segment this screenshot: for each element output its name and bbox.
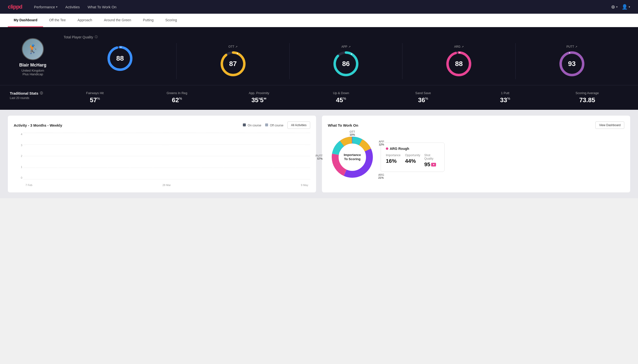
stat-fairways-value: 57%	[54, 96, 136, 104]
nav-what-to-work-on[interactable]: What To Work On	[88, 5, 117, 9]
app-value: 86	[342, 60, 350, 68]
stats-label-col: Traditional Stats ⓘ Last 20 rounds	[10, 91, 54, 100]
x-label-mar: 28 Mar	[162, 184, 171, 186]
ott-value: 87	[229, 60, 237, 68]
player-country: United Kingdom	[22, 69, 44, 72]
circle-putt: 93	[558, 50, 585, 77]
tab-putting[interactable]: Putting	[137, 14, 160, 27]
player-handicap: Plus Handicap	[23, 72, 43, 76]
down-arrow-icon: ▼	[431, 163, 436, 166]
grid-line-0	[24, 179, 310, 180]
quality-title: Total Player Quality ⓘ	[64, 35, 628, 39]
view-dashboard-button[interactable]: View Dashboard	[595, 122, 624, 129]
circle-overall: 88	[106, 45, 133, 72]
arg-indicator-dot	[386, 148, 388, 150]
player-quality-row: 🏌️ Blair McHarg United Kingdom Plus Hand…	[10, 35, 628, 79]
stat-gir-value: 62%	[136, 96, 218, 104]
quality-app: APP ↗ 86	[289, 43, 402, 79]
stat-scoring-avg-value: 73.85	[546, 96, 628, 104]
nav-activities[interactable]: Activities	[65, 5, 80, 9]
putt-value: 93	[568, 60, 576, 68]
quality-arg: ARG ↗ 88	[402, 43, 515, 79]
logo: clippd	[8, 4, 22, 10]
nav-right: ⊕ ▾ 👤 ▾	[611, 4, 630, 10]
tab-scoring[interactable]: Scoring	[159, 14, 183, 27]
y-label-2: 2	[14, 154, 22, 158]
stat-one-putt-value: 33%	[464, 96, 546, 104]
chart-area: 4 3 2 1 0 7 Feb 28 Mar 9 May	[14, 133, 310, 186]
arg-card-title: ARG Rough	[386, 147, 440, 150]
off-course-dot	[265, 124, 268, 126]
circle-ott: 87	[220, 50, 247, 77]
stat-app-proximity: App. Proximity 35'5"	[218, 91, 300, 104]
tab-bar: My Dashboard Off the Tee Approach Around…	[0, 14, 638, 27]
bars-container	[24, 133, 310, 179]
on-course-dot	[243, 124, 246, 126]
stat-one-putt: 1 Putt 33%	[464, 91, 546, 104]
add-button[interactable]: ⊕ ▾	[611, 4, 618, 10]
y-label-0: 0	[14, 176, 22, 179]
y-label-3: 3	[14, 144, 22, 147]
x-label-feb: 7 Feb	[26, 184, 32, 186]
stat-up-down: Up & Down 45%	[300, 91, 382, 104]
overall-value: 88	[116, 54, 124, 62]
stats-label: Traditional Stats ⓘ	[10, 91, 54, 95]
activity-card-header: Activity - 3 Months - Weekly On course O…	[14, 122, 310, 129]
nav-performance[interactable]: Performance ▾	[34, 5, 58, 9]
stat-fairways-hit: Fairways Hit 57%	[54, 91, 136, 104]
app-arrow-icon: ↗	[348, 45, 351, 48]
stat-app-proximity-value: 35'5"	[218, 96, 300, 104]
app-donut-label: APP12%	[379, 140, 384, 146]
stat-gir: Greens In Reg 62%	[136, 91, 218, 104]
stats-sublabel: Last 20 rounds	[10, 96, 54, 100]
user-menu-button[interactable]: 👤 ▾	[621, 4, 630, 10]
arg-opportunity: Opportunity 44%	[405, 154, 420, 168]
circle-app: 86	[332, 50, 359, 77]
ott-label: OTT ↗	[229, 45, 238, 48]
arg-label: ARG ↗	[454, 45, 464, 48]
activity-card: Activity - 3 Months - Weekly On course O…	[8, 116, 316, 192]
activity-title: Activity - 3 Months - Weekly	[14, 123, 62, 127]
tab-around-the-green[interactable]: Around the Green	[98, 14, 137, 27]
arg-shot-quality: Shot Quality 95 ▼	[424, 154, 440, 168]
arg-importance: Importance 16%	[386, 154, 401, 168]
work-content: Importance To Scoring OTT10% APP12% ARG2…	[328, 133, 624, 182]
arg-donut-label: ARG21%	[378, 173, 384, 179]
quality-section: Total Player Quality ⓘ 88	[64, 35, 628, 79]
tab-approach[interactable]: Approach	[72, 14, 98, 27]
putt-label: PUTT ↗	[566, 45, 577, 48]
bottom-section: Activity - 3 Months - Weekly On course O…	[0, 110, 638, 198]
arg-metrics: Importance 16% Opportunity 44% Shot Qual…	[386, 154, 440, 168]
tab-my-dashboard[interactable]: My Dashboard	[8, 14, 43, 27]
all-activities-button[interactable]: All Activities	[287, 122, 310, 129]
donut-center-text: Importance To Scoring	[344, 153, 361, 161]
quality-overall: 88	[64, 43, 176, 79]
work-title: What To Work On	[328, 123, 358, 127]
off-course-legend: Off course	[265, 124, 283, 127]
x-label-may: 9 May	[301, 184, 308, 186]
top-nav: clippd Performance ▾ Activities What To …	[0, 0, 638, 14]
stat-sand-save-value: 36%	[382, 96, 464, 104]
chevron-down-icon: ▾	[56, 6, 58, 8]
work-card-header: What To Work On View Dashboard	[328, 122, 624, 129]
chart-legend: On course Off course	[243, 124, 283, 127]
on-course-legend: On course	[243, 124, 261, 127]
arg-arrow-icon: ↗	[462, 45, 464, 48]
stat-scoring-avg: Scoring Average 73.85	[546, 91, 628, 104]
y-label-4: 4	[14, 133, 22, 136]
circle-arg: 88	[445, 50, 472, 77]
putt-arrow-icon: ↗	[575, 45, 577, 48]
stats-info-icon[interactable]: ⓘ	[40, 91, 43, 95]
putt-donut-label: PUTT57%	[316, 154, 323, 160]
avatar: 🏌️	[22, 38, 44, 60]
arg-shot-quality-value: 95 ▼	[424, 161, 440, 168]
activity-controls: On course Off course All Activities	[243, 122, 310, 129]
tab-off-the-tee[interactable]: Off the Tee	[43, 14, 72, 27]
info-icon[interactable]: ⓘ	[95, 35, 98, 39]
stat-sand-save: Sand Save 36%	[382, 91, 464, 104]
donut-chart: Importance To Scoring OTT10% APP12% ARG2…	[328, 133, 377, 182]
player-info: 🏌️ Blair McHarg United Kingdom Plus Hand…	[10, 38, 64, 76]
x-axis: 7 Feb 28 Mar 9 May	[24, 184, 310, 186]
arg-detail-card: ARG Rough Importance 16% Opportunity 44%	[381, 142, 445, 172]
hero-section: 🏌️ Blair McHarg United Kingdom Plus Hand…	[0, 27, 638, 85]
